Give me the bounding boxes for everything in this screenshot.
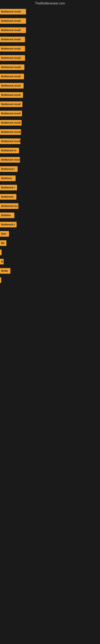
bottleneck-bar: Bottleneck r — [0, 166, 18, 172]
bar-row: Bottleneck re — [0, 146, 100, 155]
bottleneck-bar: Bottleneck result — [0, 120, 22, 126]
bottleneck-bar: Bottleneck r — [0, 185, 17, 190]
bottleneck-bar: Bottleneck result — [0, 9, 26, 14]
bar-row: Bottleneck result — [0, 63, 100, 72]
bar-row: Bottleneck result — [0, 155, 100, 164]
bottleneck-bar: Bottleneck re — [0, 148, 19, 153]
bottleneck-bar: Bottleneck result — [0, 102, 22, 107]
bottleneck-bar: Bottleneck result — [0, 111, 22, 116]
bottleneck-bar: B — [0, 259, 3, 264]
bar-row: Bottleneck result — [0, 137, 100, 146]
bar-row: Bottleneck result — [0, 16, 100, 25]
bar-row: Bottleneck r — [0, 220, 100, 229]
bottleneck-bar: Bottleneck result — [0, 129, 21, 135]
bottleneck-bar: Bottleneck result — [0, 18, 26, 24]
bar-row: Bottleneck res — [0, 202, 100, 210]
bar-row — [0, 248, 100, 257]
bar-row — [0, 276, 100, 284]
bottleneck-bar: Bottleneck result — [0, 64, 24, 70]
bar-row: Bo — [0, 239, 100, 248]
bar-row: Bottleneck result — [0, 26, 100, 34]
bottleneck-bar: Bottleneck result — [0, 74, 24, 79]
bottleneck-bar: Bottleneck result — [0, 83, 24, 88]
bottleneck-bar: Bottleneck result — [0, 157, 20, 162]
bar-row: Bottlene — [0, 211, 100, 220]
bottleneck-bar: Bottleneck r — [0, 222, 17, 228]
bottleneck-bar: Bottleneck result — [0, 37, 25, 42]
bottleneck-bar: Bottleneck res — [0, 203, 18, 209]
bar-row: Bottleneck — [0, 192, 100, 201]
bottleneck-bar: Bottlenec — [0, 176, 16, 181]
site-title: TheBottlenecker.com — [0, 0, 100, 7]
bar-row: Bottleneck result — [0, 128, 100, 136]
bottleneck-bar: Bottleneck result — [0, 92, 23, 98]
bar-row: Bottle — [0, 266, 100, 275]
bar-row: Bottleneck result — [0, 118, 100, 127]
bottleneck-bar: Bo — [0, 240, 6, 246]
bar-row: Bottleneck r — [0, 164, 100, 174]
bar-row: Bottleneck result — [0, 100, 100, 109]
bottleneck-bar: Bott — [0, 231, 9, 237]
bottleneck-bar: Bottle — [0, 268, 10, 274]
bar-row: B — [0, 257, 100, 266]
bar-row: Bottleneck result — [0, 35, 100, 44]
bar-row: Bottleneck result — [0, 54, 100, 62]
bottleneck-bar: Bottleneck result — [0, 27, 26, 33]
bar-row: Bottlenec — [0, 174, 100, 183]
bar-row: Bott — [0, 230, 100, 238]
bar-row: Bottleneck result — [0, 44, 100, 53]
bottleneck-bar — [0, 277, 1, 283]
bottleneck-bar: Bottleneck result — [0, 55, 25, 61]
bar-row: Bottleneck result — [0, 109, 100, 118]
bar-row: Bottleneck result — [0, 72, 100, 81]
bar-row: Bottleneck result — [0, 90, 100, 100]
bottleneck-bar: Bottlene — [0, 212, 14, 218]
site-title-container: TheBottlenecker.com — [0, 0, 100, 7]
bottleneck-bar: Bottleneck result — [0, 46, 25, 52]
bar-row: Bottleneck result — [0, 81, 100, 90]
bar-row: Bottleneck result — [0, 7, 100, 16]
bottleneck-bar — [0, 250, 1, 255]
bar-row: Bottleneck r — [0, 183, 100, 192]
bars-wrapper: Bottleneck resultBottleneck resultBottle… — [0, 7, 100, 284]
bottleneck-bar: Bottleneck result — [0, 138, 20, 144]
bottleneck-bar: Bottleneck — [0, 194, 16, 200]
